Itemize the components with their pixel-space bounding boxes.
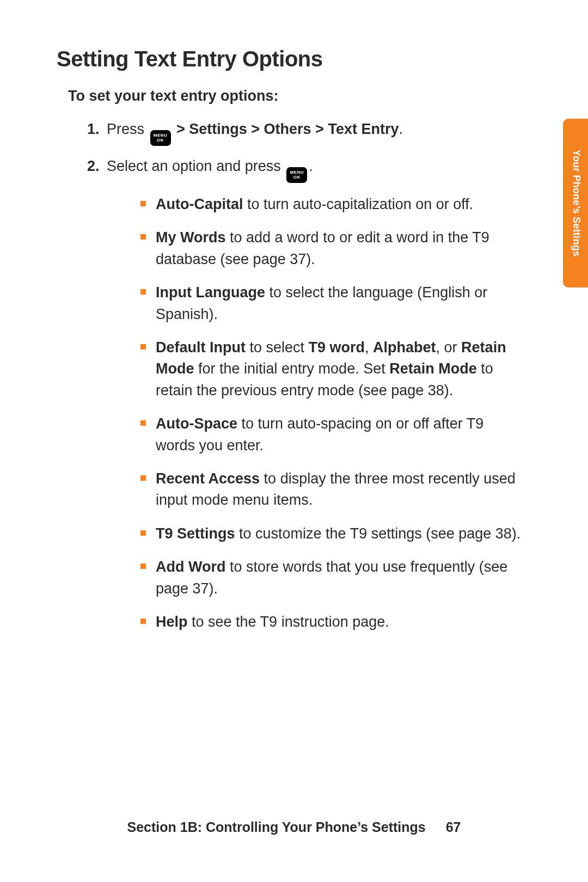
lead-instruction: To set your text entry options: [68, 88, 523, 105]
page-footer: Section 1B: Controlling Your Phone’s Set… [0, 819, 588, 835]
option-my-words: My Words to add a word to or edit a word… [140, 227, 523, 270]
step-2-period: . [309, 158, 313, 174]
option-default-input: Default Input to select T9 word, Alphabe… [140, 337, 523, 401]
option-recent-access: Recent Access to display the three most … [140, 468, 523, 511]
step-1-period: . [399, 121, 403, 137]
manual-page: Setting Text Entry Options To set your t… [0, 0, 588, 882]
option-auto-space: Auto-Space to turn auto-spacing on or of… [140, 413, 523, 456]
footer-page-number: 67 [446, 819, 461, 835]
step-2: Select an option and press MENU OK . Aut… [87, 156, 523, 633]
menu-ok-key-icon: MENU OK [150, 130, 171, 146]
menu-ok-key-icon: MENU OK [286, 167, 307, 183]
section-side-tab: Your Phone’s Settings [563, 119, 588, 287]
steps-list: Press MENU OK > Settings > Others > Text… [87, 119, 523, 633]
footer-section-title: Section 1B: Controlling Your Phone’s Set… [127, 819, 426, 835]
options-list: Auto-Capital to turn auto-capitalization… [140, 194, 523, 633]
option-auto-capital: Auto-Capital to turn auto-capitalization… [140, 194, 523, 215]
step-1: Press MENU OK > Settings > Others > Text… [87, 119, 523, 146]
option-help: Help to see the T9 instruction page. [140, 611, 523, 633]
step-2-text: Select an option and press [107, 158, 285, 174]
side-tab-label: Your Phone’s Settings [571, 150, 582, 256]
page-heading: Setting Text Entry Options [57, 47, 523, 71]
step-1-press: Press [107, 121, 149, 137]
step-1-path: > Settings > Others > Text Entry [176, 121, 399, 137]
option-input-language: Input Language to select the language (E… [140, 282, 523, 325]
option-add-word: Add Word to store words that you use fre… [140, 556, 523, 599]
option-t9-settings: T9 Settings to customize the T9 settings… [140, 523, 523, 544]
